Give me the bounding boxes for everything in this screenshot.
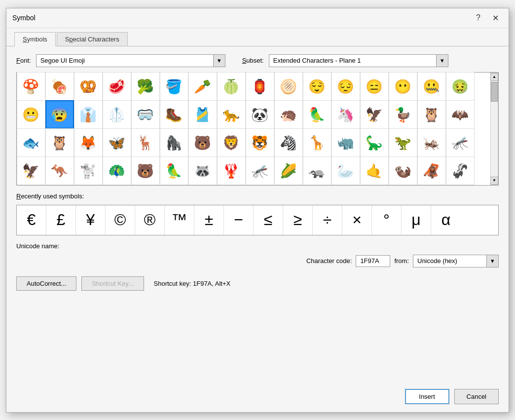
scroll-up-button[interactable]: ▲: [490, 73, 498, 81]
symbol-cell[interactable]: 😶: [389, 72, 417, 101]
titlebar-controls: ? ✕: [472, 12, 503, 24]
symbol-cell[interactable]: 🤙: [360, 156, 389, 185]
symbol-cell[interactable]: 🦢: [331, 156, 360, 185]
recent-cell[interactable]: ®: [135, 205, 165, 235]
symbol-cell[interactable]: 🥽: [131, 100, 160, 129]
symbol-cell[interactable]: 🥕: [188, 72, 217, 101]
symbol-cell[interactable]: 🐯: [246, 128, 274, 157]
symbol-cell[interactable]: 🦅: [360, 100, 389, 129]
recent-cell[interactable]: ÷: [313, 205, 342, 235]
subset-select[interactable]: Extended Characters - Plane 1: [269, 54, 437, 67]
symbol-cell[interactable]: 🦚: [103, 156, 131, 185]
subset-dropdown-arrow[interactable]: ▾: [437, 54, 448, 67]
symbol-cell[interactable]: 🦝: [188, 156, 217, 185]
help-button[interactable]: ?: [472, 12, 484, 23]
recent-cell[interactable]: ¥: [76, 205, 106, 235]
from-select[interactable]: Unicode (hex): [413, 255, 487, 267]
symbol-cell[interactable]: 🐆: [217, 100, 246, 129]
symbol-cell[interactable]: 🥼: [103, 100, 131, 129]
symbol-cell[interactable]: 🦖: [389, 128, 417, 157]
symbol-cell[interactable]: 🦟: [246, 156, 274, 185]
symbol-cell[interactable]: 🤐: [417, 72, 446, 101]
from-value: Unicode (hex): [417, 257, 457, 265]
symbol-cell[interactable]: 🦅: [17, 156, 45, 185]
tab-symbols[interactable]: Symbols: [14, 32, 56, 46]
symbol-cell[interactable]: 🦟: [446, 128, 475, 157]
symbol-cell[interactable]: 😑: [360, 72, 389, 101]
symbol-cell[interactable]: 🫓: [274, 72, 303, 101]
recent-cell[interactable]: μ: [402, 205, 431, 235]
tab-special-characters[interactable]: Special Characters: [57, 32, 128, 46]
symbol-cell[interactable]: 🦧: [417, 156, 446, 185]
symbol-cell[interactable]: 🍄: [17, 72, 45, 101]
symbol-grid-scrollbar[interactable]: ▲ ▼: [490, 73, 498, 185]
symbol-cell-selected[interactable]: 😰: [45, 100, 74, 129]
symbol-cell[interactable]: 🥾: [160, 100, 188, 129]
symbol-cell[interactable]: 🦌: [131, 128, 160, 157]
symbol-cell[interactable]: 🦆: [389, 100, 417, 129]
symbol-cell[interactable]: 🎽: [188, 100, 217, 129]
font-select[interactable]: Segoe UI Emoji: [36, 54, 214, 67]
symbol-cell[interactable]: 🦒: [303, 128, 331, 157]
symbol-cell[interactable]: 🦔: [274, 100, 303, 129]
symbol-cell[interactable]: 🥦: [131, 72, 160, 101]
scroll-thumb[interactable]: [491, 82, 498, 102]
symbol-cell[interactable]: 😬: [17, 100, 45, 129]
recent-cell[interactable]: ©: [106, 205, 135, 235]
close-button[interactable]: ✕: [488, 12, 503, 24]
shortcut-key-button[interactable]: Shortcut Key...: [81, 276, 144, 291]
symbol-cell[interactable]: 👔: [74, 100, 103, 129]
symbol-cell[interactable]: 🐟: [17, 128, 45, 157]
symbol-cell[interactable]: 🪣: [160, 72, 188, 101]
cancel-button[interactable]: Cancel: [454, 389, 499, 404]
recent-cell[interactable]: ≤: [254, 205, 283, 235]
scroll-down-button[interactable]: ▼: [490, 177, 498, 185]
recent-cell[interactable]: ±: [194, 205, 224, 235]
recent-cell[interactable]: €: [17, 205, 46, 235]
symbol-cell[interactable]: 😌: [303, 72, 331, 101]
recent-cell[interactable]: −: [224, 205, 254, 235]
symbol-cell[interactable]: 🦁: [217, 128, 246, 157]
symbol-cell[interactable]: 🥨: [74, 72, 103, 101]
symbol-cell[interactable]: 🐻: [188, 128, 217, 157]
symbol-cell[interactable]: 🦕: [360, 128, 389, 157]
symbol-cell[interactable]: 😔: [331, 72, 360, 101]
recent-cell[interactable]: ≥: [283, 205, 313, 235]
symbol-cell[interactable]: 🦗: [417, 128, 446, 157]
recent-cell[interactable]: ×: [342, 205, 372, 235]
autocorrect-button[interactable]: AutoCorrect...: [16, 276, 76, 291]
symbol-cell[interactable]: 🦦: [389, 156, 417, 185]
symbol-cell[interactable]: 🦡: [303, 156, 331, 185]
charcode-input[interactable]: [356, 255, 390, 267]
symbol-cell[interactable]: 🐻: [131, 156, 160, 185]
symbol-cell[interactable]: 🐼: [246, 100, 274, 129]
insert-button[interactable]: Insert: [405, 389, 449, 404]
recent-cell[interactable]: £: [46, 205, 76, 235]
symbol-cell[interactable]: 🍈: [217, 72, 246, 101]
symbol-cell[interactable]: 🏮: [246, 72, 274, 101]
symbol-cell[interactable]: 🦇: [446, 100, 475, 129]
symbol-cell[interactable]: 🤢: [446, 72, 475, 101]
font-dropdown-arrow[interactable]: ▾: [214, 54, 225, 67]
from-dropdown-arrow[interactable]: ▾: [487, 255, 499, 267]
symbol-cell[interactable]: 🦉: [417, 100, 446, 129]
symbol-cell[interactable]: 🦉: [45, 128, 74, 157]
symbol-cell[interactable]: 🦏: [331, 128, 360, 157]
symbol-cell[interactable]: 🦘: [45, 156, 74, 185]
symbol-cell[interactable]: 🦍: [160, 128, 188, 157]
symbol-cell[interactable]: 🌽: [274, 156, 303, 185]
symbol-cell[interactable]: 🦓: [274, 128, 303, 157]
symbol-cell[interactable]: 🦊: [74, 128, 103, 157]
symbol-cell[interactable]: 🦜: [303, 100, 331, 129]
symbol-cell[interactable]: 🦋: [103, 128, 131, 157]
symbol-cell[interactable]: 🍖: [45, 72, 74, 101]
symbol-cell[interactable]: 🦞: [217, 156, 246, 185]
symbol-cell[interactable]: 🥩: [103, 72, 131, 101]
symbol-cell[interactable]: 🐩: [74, 156, 103, 185]
symbol-cell[interactable]: 🦜: [160, 156, 188, 185]
recent-cell[interactable]: °: [372, 205, 402, 235]
recent-cell[interactable]: α: [431, 205, 461, 235]
recent-cell[interactable]: ™: [165, 205, 194, 235]
symbol-cell[interactable]: 🦄: [331, 100, 360, 129]
symbol-cell[interactable]: 🦨: [446, 156, 475, 185]
